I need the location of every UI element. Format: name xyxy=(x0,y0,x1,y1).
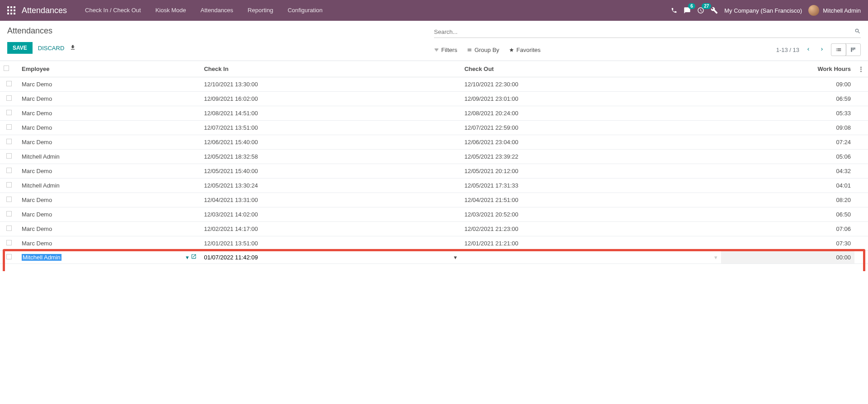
nav-item-attendances[interactable]: Attendances xyxy=(193,0,241,21)
pager-prev[interactable] xyxy=(804,45,813,55)
cell-checkout: 12/01/2021 21:21:00 xyxy=(461,236,721,251)
table-row[interactable]: Mitchell Admin12/05/2021 18:32:5812/05/2… xyxy=(0,150,868,164)
row-checkbox[interactable] xyxy=(6,110,12,115)
app-brand[interactable]: Attendances xyxy=(22,6,67,15)
cell-checkout: 12/03/2021 20:52:00 xyxy=(461,207,721,222)
table-row[interactable]: Marc Demo12/03/2021 14:02:0012/03/2021 2… xyxy=(0,207,868,222)
cell-checkout: 12/08/2021 20:24:00 xyxy=(461,106,721,121)
apps-icon[interactable] xyxy=(7,6,15,14)
row-checkbox[interactable] xyxy=(6,254,12,259)
cell-checkin: 12/05/2021 18:32:58 xyxy=(200,150,461,164)
control-panel: Attendances SAVE DISCARD Fi xyxy=(0,21,868,61)
top-navbar: Attendances Check In / Check Out Kiosk M… xyxy=(0,0,868,21)
cell-checkin: 12/05/2021 13:30:24 xyxy=(200,179,461,193)
row-checkbox[interactable] xyxy=(6,81,12,86)
row-checkbox[interactable] xyxy=(6,197,12,202)
header-checkout[interactable]: Check Out xyxy=(461,61,721,77)
nav-item-kiosk[interactable]: Kiosk Mode xyxy=(148,0,193,21)
cell-employee: Marc Demo xyxy=(18,164,200,179)
table-row[interactable]: Marc Demo12/04/2021 13:31:0012/04/2021 2… xyxy=(0,193,868,207)
search-icon[interactable] xyxy=(854,28,861,36)
row-checkbox[interactable] xyxy=(6,139,12,144)
pager-next[interactable] xyxy=(817,45,826,55)
cell-workhours: 07:30 xyxy=(721,236,854,251)
cell-employee: Marc Demo xyxy=(18,236,200,251)
svg-rect-1 xyxy=(10,6,12,8)
user-menu[interactable]: Mitchell Admin xyxy=(808,5,861,16)
employee-field[interactable]: Mitchell Admin xyxy=(22,254,61,261)
groupby-button[interactable]: Group By xyxy=(467,47,499,53)
external-link-icon[interactable] xyxy=(191,254,197,261)
header-checkin[interactable]: Check In xyxy=(200,61,461,77)
table-row[interactable]: Marc Demo12/06/2021 15:40:0012/06/2021 2… xyxy=(0,135,868,150)
table-row[interactable]: Mitchell Admin12/05/2021 13:30:2412/05/2… xyxy=(0,179,868,193)
row-checkbox[interactable] xyxy=(6,182,12,188)
row-checkbox[interactable] xyxy=(6,168,12,173)
cell-workhours: 05:06 xyxy=(721,150,854,164)
search-input[interactable] xyxy=(434,28,854,35)
cell-checkout: 12/02/2021 21:23:00 xyxy=(461,222,721,236)
nav-item-configuration[interactable]: Configuration xyxy=(280,0,330,21)
cell-checkout: 12/05/2021 17:31:33 xyxy=(461,179,721,193)
row-checkbox[interactable] xyxy=(6,211,12,216)
row-checkbox[interactable] xyxy=(6,124,12,130)
activities-badge: 27 xyxy=(702,3,711,9)
row-checkbox[interactable] xyxy=(6,153,12,159)
activities-icon[interactable]: 27 xyxy=(697,7,704,14)
header-checkbox-cell xyxy=(0,61,18,77)
table-row[interactable]: Marc Demo12/01/2021 13:51:0012/01/2021 2… xyxy=(0,236,868,251)
table-row[interactable]: Marc Demo12/02/2021 14:17:0012/02/2021 2… xyxy=(0,222,868,236)
cell-checkin: 12/07/2021 13:51:00 xyxy=(200,121,461,135)
messages-icon[interactable]: 6 xyxy=(684,7,691,14)
search-bar xyxy=(434,26,861,38)
pager-text[interactable]: 1-13 / 13 xyxy=(776,47,799,53)
select-all-checkbox[interactable] xyxy=(4,66,9,71)
cell-workhours: 05:33 xyxy=(721,106,854,121)
view-list-button[interactable] xyxy=(831,43,846,56)
filters-button[interactable]: Filters xyxy=(434,47,457,53)
table-row[interactable]: Marc Demo12/09/2021 16:02:0012/09/2021 2… xyxy=(0,92,868,106)
star-icon xyxy=(509,47,514,52)
cell-employee: Marc Demo xyxy=(18,92,200,106)
cell-checkout: 12/05/2021 23:39:22 xyxy=(461,150,721,164)
cell-checkin: 12/04/2021 13:31:00 xyxy=(200,193,461,207)
breadcrumb: Attendances xyxy=(7,26,434,36)
favorites-button[interactable]: Favorites xyxy=(509,47,540,53)
checkin-dropdown-icon[interactable]: ▾ xyxy=(454,254,457,261)
row-checkbox[interactable] xyxy=(6,225,12,231)
cell-checkout: 12/04/2021 21:51:00 xyxy=(461,193,721,207)
phone-icon[interactable] xyxy=(671,7,677,14)
header-options[interactable]: ⋮ xyxy=(854,61,868,77)
discard-button[interactable]: DISCARD xyxy=(38,45,65,52)
cell-workhours: 08:20 xyxy=(721,193,854,207)
table-row[interactable]: Marc Demo12/10/2021 13:30:0012/10/2021 2… xyxy=(0,77,868,92)
list-icon xyxy=(835,47,842,53)
row-checkbox[interactable] xyxy=(6,95,12,101)
view-kanban-button[interactable] xyxy=(846,44,860,56)
cell-checkin: 12/02/2021 14:17:00 xyxy=(200,222,461,236)
svg-rect-0 xyxy=(7,6,9,8)
cell-workhours: 07:06 xyxy=(721,222,854,236)
cell-workhours: 04:01 xyxy=(721,179,854,193)
cell-workhours: 06:59 xyxy=(721,92,854,106)
svg-rect-4 xyxy=(10,9,12,11)
table-row[interactable]: Marc Demo12/05/2021 15:40:0012/05/2021 2… xyxy=(0,164,868,179)
cell-employee: Mitchell Admin xyxy=(18,179,200,193)
export-icon[interactable] xyxy=(70,44,76,52)
checkout-dropdown-icon[interactable]: ▾ xyxy=(714,254,717,261)
header-employee[interactable]: Employee xyxy=(18,61,200,77)
nav-menu: Check In / Check Out Kiosk Mode Attendan… xyxy=(78,0,330,21)
save-button[interactable]: SAVE xyxy=(7,42,33,54)
table-row[interactable]: Marc Demo12/07/2021 13:51:0012/07/2021 2… xyxy=(0,121,868,135)
employee-dropdown-icon[interactable]: ▾ xyxy=(186,254,189,261)
checkin-input[interactable] xyxy=(204,254,454,261)
chevron-left-icon xyxy=(806,47,811,52)
table-row[interactable]: Marc Demo12/08/2021 14:51:0012/08/2021 2… xyxy=(0,106,868,121)
nav-item-reporting[interactable]: Reporting xyxy=(241,0,280,21)
nav-item-checkin[interactable]: Check In / Check Out xyxy=(78,0,148,21)
groupby-icon xyxy=(467,47,472,52)
header-workhours[interactable]: Work Hours xyxy=(721,61,854,77)
company-switcher[interactable]: My Company (San Francisco) xyxy=(724,7,802,14)
debug-icon[interactable] xyxy=(711,7,718,14)
row-checkbox[interactable] xyxy=(6,240,12,245)
